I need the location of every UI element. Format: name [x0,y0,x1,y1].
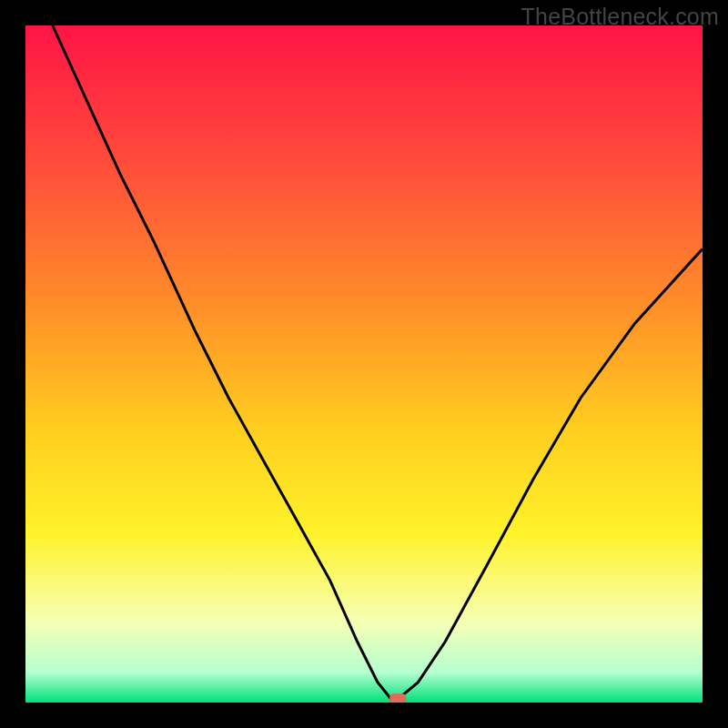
gradient-background [25,25,703,703]
plot-area [25,25,703,703]
plot-svg [25,25,703,703]
watermark-text: TheBottleneck.com [521,4,719,30]
optimal-point-marker [389,693,406,703]
chart-frame: TheBottleneck.com [0,0,728,728]
